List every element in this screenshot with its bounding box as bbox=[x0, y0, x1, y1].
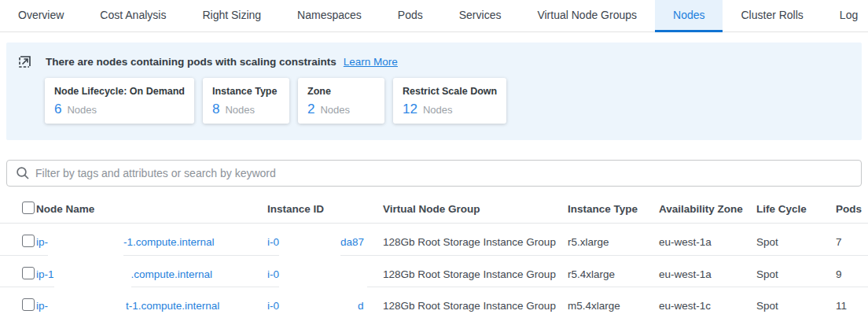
banner-message: There are nodes containing pods with sca… bbox=[46, 56, 337, 68]
redacted-text bbox=[48, 224, 123, 260]
tab-nodes[interactable]: Nodes bbox=[655, 0, 723, 32]
tab-log[interactable]: Log bbox=[822, 0, 868, 32]
availability-zone-cell: eu-west-1c bbox=[659, 300, 756, 312]
tab-virtual-node-groups[interactable]: Virtual Node Groups bbox=[519, 0, 655, 32]
node-name-link[interactable]: ip- -1.compute.internal bbox=[36, 224, 267, 260]
tab-overview[interactable]: Overview bbox=[0, 0, 82, 32]
column-header-pods[interactable]: Pods bbox=[836, 203, 868, 215]
column-header-instance-type[interactable]: Instance Type bbox=[568, 203, 659, 215]
stat-card-restrict-scale-down[interactable]: Restrict Scale Down 12 Nodes bbox=[393, 78, 506, 124]
node-name-suffix: -1.compute.internal bbox=[123, 236, 215, 248]
filter-search-bar[interactable] bbox=[6, 160, 862, 187]
availability-zone-cell: eu-west-1a bbox=[659, 236, 756, 248]
instance-id-prefix: i-0 bbox=[267, 300, 279, 312]
search-input[interactable] bbox=[35, 167, 852, 179]
banner-header: There are nodes containing pods with sca… bbox=[17, 54, 851, 69]
instance-id-prefix: i-0 bbox=[267, 236, 279, 248]
virtual-node-group-cell: 128Gb Root Storage Instance Group bbox=[383, 268, 568, 280]
virtual-node-group-cell: 128Gb Root Storage Instance Group bbox=[383, 300, 568, 312]
instance-type-cell: r5.4xlarge bbox=[568, 268, 659, 280]
tab-namespaces[interactable]: Namespaces bbox=[279, 0, 380, 32]
tab-cost-analysis[interactable]: Cost Analysis bbox=[82, 0, 184, 32]
availability-zone-cell: eu-west-1a bbox=[659, 268, 756, 280]
stat-card-node-lifecycle[interactable]: Node Lifecycle: On Demand 6 Nodes bbox=[45, 78, 194, 124]
stat-card-title: Instance Type bbox=[212, 86, 280, 97]
pods-cell: 9 bbox=[836, 268, 868, 280]
nodes-table: Node Name Instance ID Virtual Node Group… bbox=[0, 194, 868, 318]
node-name-suffix: .compute.internal bbox=[131, 268, 213, 280]
instance-id-suffix: d bbox=[358, 300, 364, 312]
select-all-checkbox[interactable] bbox=[22, 202, 35, 214]
scale-down-constraint-icon bbox=[17, 54, 32, 69]
table-header-row: Node Name Instance ID Virtual Node Group… bbox=[0, 194, 868, 224]
tab-right-sizing[interactable]: Right Sizing bbox=[184, 0, 279, 32]
life-cycle-cell: Spot bbox=[756, 300, 836, 312]
stat-count: 2 bbox=[307, 102, 314, 117]
stat-card-value: 12 Nodes bbox=[403, 102, 497, 117]
instance-id-suffix: da87 bbox=[340, 236, 364, 248]
stat-unit: Nodes bbox=[67, 104, 97, 116]
column-header-node-name[interactable]: Node Name bbox=[36, 203, 267, 215]
node-name-suffix: t-1.compute.internal bbox=[126, 300, 219, 312]
stat-card-title: Zone bbox=[307, 86, 375, 97]
column-header-availability-zone[interactable]: Availability Zone bbox=[659, 203, 756, 215]
redacted-text bbox=[279, 224, 340, 260]
node-name-prefix: ip- bbox=[36, 300, 48, 312]
column-header-instance-id[interactable]: Instance ID bbox=[267, 203, 383, 215]
stat-unit: Nodes bbox=[320, 104, 350, 116]
cluster-tabbar: Overview Cost Analysis Right Sizing Name… bbox=[0, 0, 868, 32]
stat-card-title: Restrict Scale Down bbox=[403, 86, 497, 97]
column-header-life-cycle[interactable]: Life Cycle bbox=[756, 203, 836, 215]
redacted-text bbox=[279, 287, 358, 318]
row-checkbox-cell bbox=[0, 267, 36, 282]
stat-count: 12 bbox=[403, 102, 417, 117]
table-row: ip- -1.compute.internal i-0 da87 128Gb R… bbox=[0, 224, 868, 255]
learn-more-link[interactable]: Learn More bbox=[344, 56, 398, 68]
stat-unit: Nodes bbox=[225, 104, 255, 116]
tab-services[interactable]: Services bbox=[441, 0, 520, 32]
constraint-stat-cards: Node Lifecycle: On Demand 6 Nodes Instan… bbox=[45, 78, 851, 124]
life-cycle-cell: Spot bbox=[756, 268, 836, 280]
row-checkbox-cell bbox=[0, 298, 36, 313]
scaling-constraints-banner: There are nodes containing pods with sca… bbox=[6, 43, 862, 140]
pods-cell: 11 bbox=[836, 300, 868, 312]
pods-cell: 7 bbox=[836, 236, 868, 248]
stat-card-zone[interactable]: Zone 2 Nodes bbox=[298, 78, 384, 124]
tab-cluster-rolls[interactable]: Cluster Rolls bbox=[723, 0, 821, 32]
stat-card-value: 8 Nodes bbox=[212, 102, 280, 117]
stat-card-value: 2 Nodes bbox=[307, 102, 375, 117]
instance-type-cell: r5.xlarge bbox=[568, 236, 659, 248]
stat-unit: Nodes bbox=[423, 104, 453, 116]
row-checkbox-cell bbox=[0, 235, 36, 250]
stat-card-instance-type[interactable]: Instance Type 8 Nodes bbox=[203, 78, 289, 124]
instance-id-prefix: i-0 bbox=[267, 268, 279, 280]
search-icon bbox=[16, 166, 30, 180]
stat-card-value: 6 Nodes bbox=[54, 102, 185, 117]
column-header-virtual-node-group[interactable]: Virtual Node Group bbox=[383, 203, 568, 215]
redacted-text bbox=[48, 287, 126, 318]
tab-pods[interactable]: Pods bbox=[380, 0, 441, 32]
instance-id-link[interactable]: i-0 da87 bbox=[267, 224, 383, 260]
node-name-prefix: ip- bbox=[36, 236, 48, 248]
row-checkbox[interactable] bbox=[22, 298, 35, 311]
stat-card-title: Node Lifecycle: On Demand bbox=[54, 86, 185, 97]
stat-count: 6 bbox=[54, 102, 61, 117]
life-cycle-cell: Spot bbox=[756, 236, 836, 248]
stat-count: 8 bbox=[212, 102, 219, 117]
virtual-node-group-cell: 128Gb Root Storage Instance Group bbox=[383, 236, 568, 248]
header-checkbox-cell bbox=[0, 202, 36, 216]
node-name-link[interactable]: ip- t-1.compute.internal bbox=[36, 287, 267, 318]
node-name-prefix: ip-1 bbox=[36, 268, 54, 280]
table-row: ip-1 .compute.internal i-0 128Gb Root St… bbox=[0, 255, 868, 287]
instance-type-cell: m5.4xlarge bbox=[568, 300, 659, 312]
row-checkbox[interactable] bbox=[22, 235, 35, 247]
row-checkbox[interactable] bbox=[22, 267, 35, 279]
